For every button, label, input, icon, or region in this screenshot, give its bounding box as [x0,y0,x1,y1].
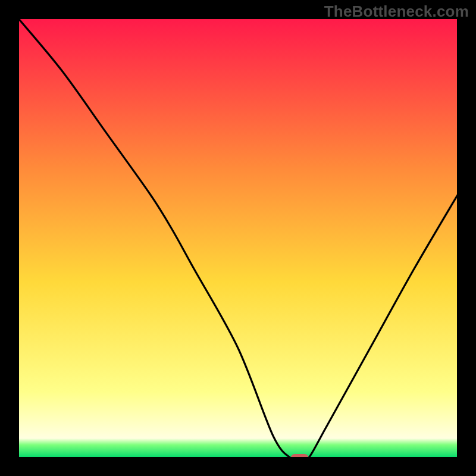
watermark-label: TheBottleneck.com [324,2,469,21]
chart-frame: TheBottleneck.com [0,0,476,476]
plot-background [18,18,458,458]
bottleneck-chart [0,0,476,476]
